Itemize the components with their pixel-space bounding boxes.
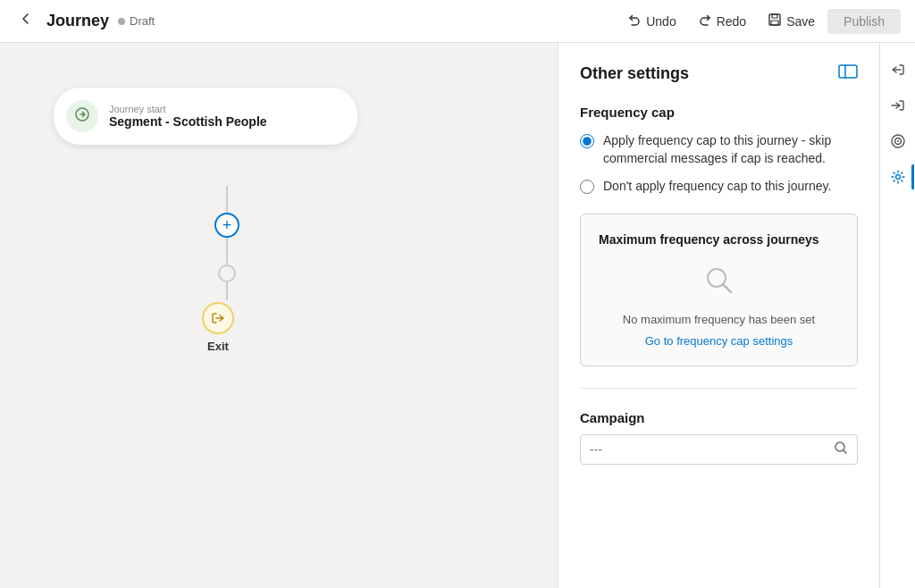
node-text: Journey start Segment - Scottish People (109, 104, 267, 129)
panel-title-text: Other settings (580, 64, 689, 83)
topbar-actions: Undo Redo Save Publish (618, 7, 901, 36)
svg-rect-4 (839, 65, 857, 78)
redo-button[interactable]: Redo (689, 7, 755, 36)
journey-start-node[interactable]: Journey start Segment - Scottish People (54, 88, 357, 145)
campaign-label: Campaign (580, 410, 858, 425)
redo-label: Redo (717, 14, 746, 29)
app-title: Journey (46, 12, 109, 30)
side-icon-export[interactable] (882, 89, 914, 122)
add-node-button[interactable]: + (214, 213, 239, 238)
panel-icon-button[interactable] (838, 64, 858, 83)
exit-icon (202, 302, 234, 334)
freq-cap-link[interactable]: Go to frequency cap settings (645, 334, 793, 348)
node-icon (66, 100, 98, 132)
publish-button[interactable]: Publish (827, 9, 901, 34)
side-icon-login[interactable] (882, 54, 914, 86)
connector-area: + (214, 186, 239, 300)
svg-point-13 (895, 175, 900, 180)
svg-line-9 (844, 450, 847, 454)
side-icons-panel (879, 43, 915, 588)
exit-node[interactable]: Exit (202, 302, 234, 353)
radio-no-frequency-text: Don't apply frequency cap to this journe… (603, 178, 831, 196)
redo-icon (698, 13, 712, 30)
topbar: Journey Draft Undo Redo (0, 0, 915, 43)
draft-status: Draft (130, 14, 155, 28)
radio-apply-frequency-text: Apply frequency cap to this journey - sk… (603, 132, 858, 167)
radio-no-frequency[interactable] (580, 180, 594, 194)
journey-start-icon (74, 106, 90, 126)
empty-node-circle (218, 265, 236, 282)
undo-label: Undo (646, 14, 676, 29)
radio-apply-frequency[interactable] (580, 134, 594, 148)
draft-dot-icon (118, 18, 125, 25)
save-icon (768, 13, 782, 30)
frequency-cap-title: Frequency cap (580, 105, 858, 120)
node-title: Segment - Scottish People (109, 114, 267, 129)
side-icon-settings[interactable] (882, 161, 914, 193)
save-button[interactable]: Save (759, 7, 824, 36)
undo-icon (627, 13, 642, 30)
panel-title-row: Other settings (580, 64, 858, 83)
save-label: Save (786, 14, 815, 29)
no-freq-text: No maximum frequency has been set (599, 313, 839, 326)
radio-item-1: Apply frequency cap to this journey - sk… (580, 132, 858, 167)
connector-line-1 (226, 186, 228, 213)
side-icon-target[interactable] (882, 125, 914, 157)
section-divider (580, 388, 858, 389)
connector-line-2 (226, 238, 228, 265)
campaign-input[interactable] (590, 435, 834, 464)
radio-group: Apply frequency cap to this journey - sk… (580, 132, 858, 196)
campaign-search-icon (834, 441, 848, 458)
svg-line-7 (723, 284, 731, 292)
main-layout: Journey start Segment - Scottish People … (0, 43, 915, 588)
connector-line-3 (226, 282, 228, 300)
node-label: Journey start (109, 104, 267, 114)
svg-point-12 (897, 140, 899, 142)
canvas-area: Journey start Segment - Scottish People … (0, 43, 558, 588)
settings-content: Other settings Frequency cap Apply frequ… (558, 43, 879, 588)
topbar-left: Journey Draft (14, 7, 611, 35)
campaign-input-wrapper (580, 434, 858, 465)
max-freq-box-title: Maximum frequency across journeys (599, 232, 839, 247)
undo-button[interactable]: Undo (618, 7, 684, 36)
exit-label: Exit (207, 340, 229, 353)
settings-panel: Other settings Frequency cap Apply frequ… (558, 43, 915, 588)
svg-rect-2 (771, 21, 778, 25)
search-empty-icon (599, 265, 839, 304)
max-frequency-box: Maximum frequency across journeys No max… (580, 214, 858, 366)
radio-item-2: Don't apply frequency cap to this journe… (580, 178, 858, 196)
back-button[interactable] (14, 7, 38, 35)
draft-badge: Draft (118, 14, 155, 28)
